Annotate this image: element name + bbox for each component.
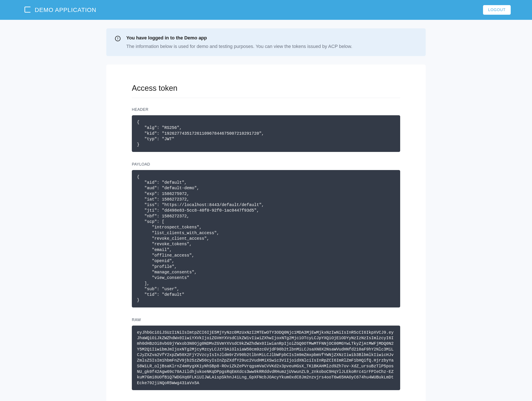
info-banner: You have logged in to the Demo app The i… (106, 28, 426, 56)
raw-label: RAW (132, 318, 400, 322)
logout-button[interactable]: LOGOUT (483, 5, 511, 15)
info-content: You have logged in to the Demo app The i… (126, 35, 352, 49)
info-icon (115, 36, 121, 42)
header-code-block: { "alg": "RS256", "kid": "19262774351726… (132, 115, 400, 152)
banner-title: You have logged in to the Demo app (126, 35, 352, 41)
svg-point-2 (118, 39, 118, 40)
access-token-card: Access token HEADER { "alg": "RS256", "k… (106, 64, 426, 401)
main-container: You have logged in to the Demo app The i… (102, 20, 430, 401)
banner-description: The information below is used for demo a… (126, 44, 352, 49)
raw-code-block: eyJhbGciOiJSUzI1NiIsImtpZCI6IjE5MjYyNzc0… (132, 325, 400, 390)
payload-code-block: { "aid": "default", "aud": "default-demo… (132, 170, 400, 307)
logo-icon (25, 6, 31, 13)
app-title: DEMO APPLICATION (35, 6, 96, 13)
payload-label: PAYLOAD (132, 162, 400, 167)
header-label: HEADER (132, 107, 400, 112)
section-title: Access token (132, 84, 400, 98)
app-header: DEMO APPLICATION LOGOUT (0, 0, 532, 20)
header-left: DEMO APPLICATION (25, 6, 96, 13)
